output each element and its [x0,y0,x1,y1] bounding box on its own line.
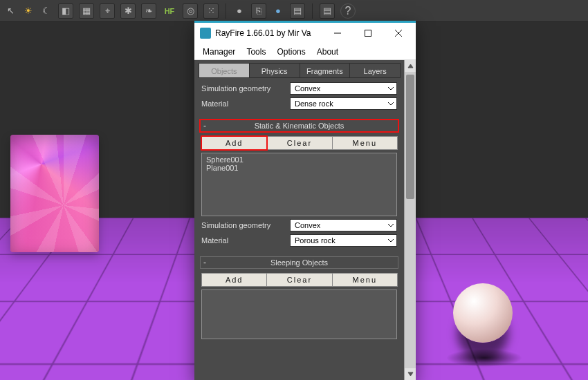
toolbar-separator [226,3,226,19]
shaded-sphere-icon[interactable]: ● [233,3,246,19]
app-icon [200,28,211,39]
hf-label-icon[interactable]: HF [162,3,177,19]
scroll-up-button[interactable] [405,60,416,72]
gear-icon[interactable]: ✱ [120,3,136,19]
collapse-icon[interactable]: - [203,258,206,267]
menu-manager[interactable]: Manager [203,47,235,57]
caret-up-icon [407,64,414,68]
tab-objects[interactable]: Objects [199,63,250,78]
toolbar-separator [312,3,313,19]
fractured-box [10,135,99,252]
minimize-button[interactable] [324,23,351,43]
sphere-object [453,283,513,343]
cube-icon[interactable]: ◧ [58,3,73,19]
window-icon[interactable]: ▤ [290,3,305,19]
close-button[interactable] [385,23,412,43]
static-sim-geometry-label: Simulation geometry [201,221,284,229]
close-icon [395,30,402,37]
sleeping-object-list[interactable] [201,289,397,339]
group-static-kinematic[interactable]: - Static & Kinematic Objects [200,120,398,132]
material-select[interactable]: Dense rock [290,97,397,110]
window-title: RayFire 1.66.01 by Mir Va [215,28,311,38]
material-value: Dense rock [295,99,333,108]
link-icon[interactable]: ⎘ [251,3,266,19]
vertical-scrollbar[interactable] [404,60,416,380]
menu-options[interactable]: Options [277,47,305,57]
static-material-select[interactable]: Porous rock [290,234,397,247]
scrollbar-thumb[interactable] [406,75,414,199]
svg-marker-4 [408,64,413,68]
sun-icon[interactable]: ☀ [22,3,35,19]
chevron-down-icon [387,238,394,243]
panel-tabs: Objects Physics Fragments Layers [199,63,400,78]
blue-sphere-icon[interactable]: ● [272,3,284,19]
menu-about[interactable]: About [317,47,338,57]
maximize-button[interactable] [355,23,381,43]
help-icon[interactable]: ? [340,3,356,19]
sleeping-add-button[interactable]: Add [201,273,267,287]
sleeping-clear-button[interactable]: Clear [266,273,332,287]
chevron-down-icon [387,101,394,106]
static-sim-geometry-select[interactable]: Convex [290,219,397,231]
group-title: Static & Kinematic Objects [255,122,344,130]
sim-geometry-value: Convex [295,84,320,93]
leaf-icon[interactable]: ❧ [141,3,156,19]
noise-icon[interactable]: ⁙ [203,3,219,19]
sim-geometry-label: Simulation geometry [201,84,284,93]
moon-icon[interactable]: ☾ [40,3,53,19]
group-sleeping[interactable]: - Sleeping Objects [200,256,398,269]
scrollbar-track[interactable] [405,72,416,368]
chevron-down-icon [387,222,394,228]
static-object-list[interactable]: Sphere001 Plane001 [201,153,397,216]
snap-icon[interactable]: ⌖ [100,3,115,19]
sphere-shadow [446,349,522,367]
titlebar[interactable]: RayFire 1.66.01 by Mir Va [194,23,416,44]
rayfire-dialog: RayFire 1.66.01 by Mir Va Manager Tools … [194,21,416,380]
script-icon[interactable]: ▤ [320,3,335,19]
sleeping-menu-button[interactable]: Menu [332,273,398,287]
static-menu-button[interactable]: Menu [332,136,398,150]
svg-marker-5 [408,372,413,376]
svg-rect-1 [365,30,371,37]
static-material-label: Material [201,236,284,245]
tab-fragments[interactable]: Fragments [300,63,351,78]
static-clear-button[interactable]: Clear [266,136,332,150]
caret-down-icon [407,372,414,377]
static-add-button[interactable]: Add [201,136,267,150]
tab-physics[interactable]: Physics [249,63,300,78]
target-icon[interactable]: ◎ [183,3,198,19]
material-label: Material [201,99,284,108]
static-material-value: Porous rock [295,236,336,245]
tab-layers[interactable]: Layers [349,63,401,78]
minimize-icon [334,30,341,37]
scroll-down-button[interactable] [405,368,416,380]
collapse-icon[interactable]: - [203,121,206,131]
group-title: Sleeping Objects [270,258,328,267]
static-sim-geometry-value: Convex [295,221,320,229]
grid-icon[interactable]: ▦ [79,3,94,19]
chevron-down-icon [387,86,394,91]
host-toolbar: ↖ ☀ ☾ ◧ ▦ ⌖ ✱ ❧ HF ◎ ⁙ ● ⎘ ● ▤ ▤ ? [0,0,588,22]
cursor-icon[interactable]: ↖ [4,3,17,19]
sim-geometry-select[interactable]: Convex [290,82,397,95]
menubar: Manager Tools Options About [194,44,416,60]
menu-tools[interactable]: Tools [246,47,266,57]
maximize-icon [365,30,371,37]
panel-scroll-area: Objects Physics Fragments Layers Simulat… [194,60,404,380]
